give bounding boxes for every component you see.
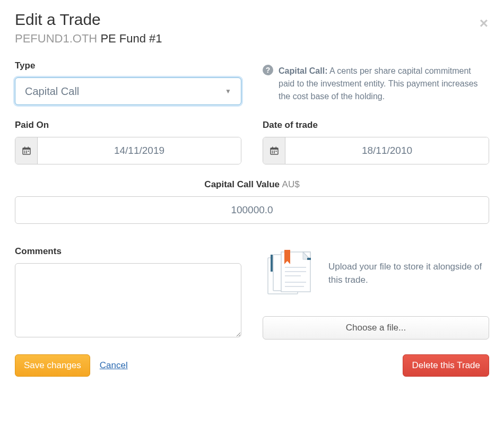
close-icon[interactable]: × [480, 16, 488, 31]
type-select-value: Capital Call [25, 85, 79, 98]
svg-rect-28 [271, 255, 273, 272]
cancel-link[interactable]: Cancel [100, 360, 128, 371]
ccv-label-currency: AU$ [282, 179, 300, 189]
type-select[interactable]: Capital Call ▼ [15, 77, 241, 105]
subtitle: PEFUND1.OTH PE Fund #1 [15, 32, 489, 46]
svg-rect-1 [23, 148, 30, 150]
capital-call-value-label: Capital Call Value AU$ [15, 179, 489, 190]
svg-rect-13 [272, 151, 273, 152]
svg-rect-10 [271, 148, 278, 150]
delete-button[interactable]: Delete this Trade [403, 354, 489, 377]
svg-rect-3 [28, 147, 29, 149]
save-button[interactable]: Save changes [15, 354, 90, 377]
comments-textarea[interactable] [15, 263, 241, 337]
svg-rect-30 [307, 258, 311, 260]
calendar-icon [15, 137, 38, 164]
paid-on-input[interactable] [38, 137, 241, 164]
svg-rect-6 [28, 151, 29, 152]
calendar-icon [263, 137, 285, 164]
type-label: Type [15, 60, 241, 71]
capital-call-value-input[interactable] [15, 196, 489, 224]
upload-help-text: Upload your file to store it alongside o… [328, 260, 489, 287]
date-of-trade-label: Date of trade [263, 120, 489, 130]
document-illustration-icon [263, 249, 316, 297]
svg-rect-4 [24, 151, 25, 152]
svg-rect-7 [24, 152, 25, 153]
help-title: Capital Call: [279, 66, 327, 75]
svg-rect-12 [275, 147, 276, 149]
svg-rect-17 [274, 152, 275, 153]
svg-rect-8 [26, 152, 27, 153]
svg-rect-5 [26, 151, 27, 152]
paid-on-field[interactable] [15, 137, 241, 164]
svg-rect-2 [24, 147, 25, 149]
date-of-trade-field[interactable] [263, 137, 489, 164]
choose-file-button[interactable]: Choose a file... [263, 316, 489, 340]
symbol-code: PEFUND1.OTH [15, 32, 97, 45]
paid-on-label: Paid On [15, 120, 241, 130]
svg-rect-16 [272, 152, 273, 153]
page-title: Edit a Trade [15, 11, 489, 29]
comments-label: Comments [15, 246, 241, 257]
ccv-label-main: Capital Call Value [204, 179, 280, 189]
symbol-name: PE Fund #1 [100, 32, 162, 45]
help-text: Capital Call: A cents per share capital … [279, 65, 489, 103]
svg-rect-14 [274, 151, 275, 152]
svg-rect-11 [272, 147, 273, 149]
help-icon: ? [263, 65, 273, 75]
help-box: ? Capital Call: A cents per share capita… [263, 60, 489, 103]
date-of-trade-input[interactable] [285, 137, 489, 164]
chevron-down-icon: ▼ [225, 88, 231, 95]
svg-rect-15 [275, 151, 276, 152]
